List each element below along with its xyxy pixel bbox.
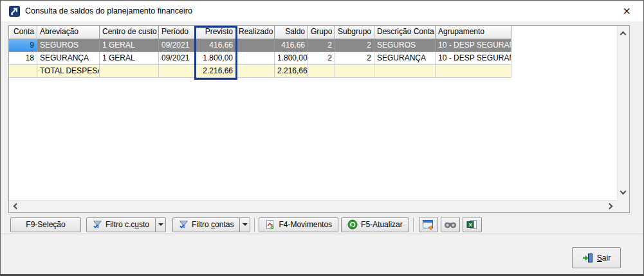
cell-saldo[interactable]: 416,66: [275, 39, 308, 52]
cell-periodo[interactable]: 09/2021: [159, 52, 196, 65]
cell-abreviacao[interactable]: SEGUROS: [37, 39, 100, 52]
cell-subgrupo[interactable]: 2: [335, 39, 374, 52]
cell-realizado[interactable]: [236, 39, 275, 52]
excel-export-icon: X: [466, 219, 477, 230]
table-row-selected[interactable]: 9 SEGUROS 1 GERAL 09/2021 416,66 416,66 …: [9, 39, 617, 52]
cell-saldo[interactable]: 2.216,66: [275, 65, 308, 78]
header-row: Conta Abreviação Centro de custo Período…: [9, 26, 617, 39]
f4-movimentos-label: F4-Movimentos: [279, 220, 332, 229]
column-header-previsto[interactable]: Previsto: [196, 26, 236, 39]
f9-selecao-button[interactable]: F9-Seleção: [10, 217, 81, 232]
horizontal-scrollbar[interactable]: [9, 200, 617, 212]
search-button[interactable]: [441, 217, 460, 232]
filtro-contas-button[interactable]: Filtro contas: [172, 217, 240, 232]
column-header-agrupamento[interactable]: Agrupamento: [436, 26, 511, 39]
sair-label: Sair: [597, 253, 611, 262]
binoculars-icon: [445, 221, 456, 229]
chevron-down-icon: [158, 223, 163, 226]
f9-selecao-label: F9-Seleção: [26, 220, 65, 229]
cell-subgrupo[interactable]: [335, 65, 374, 78]
toolbar: F9-Seleção Filtro c.custo: [10, 217, 482, 232]
vertical-scrollbar[interactable]: [617, 26, 629, 200]
cell-periodo[interactable]: 09/2021: [159, 39, 196, 52]
cell-periodo[interactable]: [159, 65, 196, 78]
window-title: Consulta de saldos do planejamento finan…: [25, 6, 192, 15]
document-money-icon: $: [265, 219, 275, 230]
cell-centro-custo[interactable]: 1 GERAL: [100, 52, 159, 65]
cell-agrupamento[interactable]: 10 - DESP SEGURAN: [436, 52, 511, 65]
excel-export-button[interactable]: X: [463, 217, 482, 232]
dialog-window: Consulta de saldos do planejamento finan…: [0, 0, 644, 276]
svg-text:X: X: [469, 222, 473, 228]
cell-abreviacao[interactable]: SEGURANÇA: [37, 52, 100, 65]
balances-grid: Conta Abreviação Centro de custo Período…: [8, 25, 630, 213]
cell-previsto[interactable]: 1.800,00: [196, 52, 236, 65]
scroll-left-icon[interactable]: [14, 203, 20, 210]
chevron-down-icon: [243, 223, 248, 226]
app-icon: [9, 6, 20, 17]
cell-agrupamento[interactable]: 10 - DESP SEGURAN: [436, 39, 511, 52]
filtro-contas-split-button: Filtro contas: [172, 217, 250, 232]
filtro-ccusto-split-button: Filtro c.custo: [86, 217, 166, 232]
funnel-icon: [179, 220, 189, 229]
cell-realizado[interactable]: [236, 65, 275, 78]
column-header-saldo[interactable]: Saldo: [275, 26, 308, 39]
cell-conta[interactable]: [9, 65, 37, 78]
column-header-realizado[interactable]: Realizado: [236, 26, 275, 39]
column-header-periodo[interactable]: Período: [159, 26, 196, 39]
cell-centro-custo[interactable]: 1 GERAL: [100, 39, 159, 52]
f4-movimentos-button[interactable]: $ F4-Movimentos: [259, 217, 338, 232]
sair-button[interactable]: Sair: [572, 247, 621, 268]
cell-descricao-conta[interactable]: [374, 65, 436, 78]
scroll-up-icon[interactable]: [620, 32, 627, 38]
toolbar-separator: [254, 217, 255, 232]
filtro-contas-dropdown[interactable]: [240, 217, 250, 232]
cell-grupo[interactable]: [308, 65, 335, 78]
cell-descricao-conta[interactable]: SEGURANÇA: [374, 52, 436, 65]
table-row[interactable]: 18 SEGURANÇA 1 GERAL 09/2021 1.800,00 1.…: [9, 52, 617, 65]
cell-previsto[interactable]: 2.216,66: [196, 65, 236, 78]
table-row-total[interactable]: TOTAL DESPESAS 2.216,66 2.216,66: [9, 65, 617, 78]
f5-atualizar-button[interactable]: F5-Atualizar: [341, 217, 409, 232]
cell-agrupamento[interactable]: [436, 65, 511, 78]
funnel-icon: [93, 220, 102, 229]
refresh-icon: [347, 219, 358, 230]
cell-grupo[interactable]: 2: [308, 52, 335, 65]
filtro-ccusto-button[interactable]: Filtro c.custo: [86, 217, 156, 232]
form-export-icon: [423, 220, 434, 230]
toolbar-separator: [413, 217, 414, 232]
column-header-descricao-conta[interactable]: Descrição Conta: [374, 26, 436, 39]
cell-subgrupo[interactable]: 2: [335, 52, 374, 65]
cell-previsto[interactable]: 416,66: [196, 39, 236, 52]
filtro-contas-label: Filtro contas: [192, 220, 234, 229]
cell-abreviacao[interactable]: TOTAL DESPESAS: [37, 65, 100, 78]
exit-door-icon: [582, 253, 593, 263]
cell-realizado[interactable]: [236, 52, 275, 65]
column-header-subgrupo[interactable]: Subgrupo: [335, 26, 374, 39]
cell-descricao-conta[interactable]: SEGUROS: [374, 39, 436, 52]
column-header-abreviacao[interactable]: Abreviação: [37, 26, 100, 39]
scroll-right-icon[interactable]: [607, 203, 613, 210]
cell-grupo[interactable]: 2: [308, 39, 335, 52]
footer-divider: [1, 234, 643, 234]
svg-text:$: $: [271, 223, 274, 230]
f5-atualizar-label: F5-Atualizar: [361, 220, 403, 229]
titlebar: Consulta de saldos do planejamento finan…: [1, 1, 643, 21]
close-icon[interactable]: ×: [620, 3, 633, 19]
form-export-button[interactable]: [419, 217, 438, 232]
cell-saldo[interactable]: 1.800,00: [275, 52, 308, 65]
column-header-centro-custo[interactable]: Centro de custo: [100, 26, 159, 39]
cell-centro-custo[interactable]: [100, 65, 159, 78]
filtro-ccusto-label: Filtro c.custo: [106, 220, 149, 229]
column-header-conta[interactable]: Conta: [9, 26, 37, 39]
cell-conta[interactable]: 18: [9, 52, 37, 65]
column-header-grupo[interactable]: Grupo: [308, 26, 335, 39]
filtro-ccusto-dropdown[interactable]: [156, 217, 166, 232]
scrollbar-corner: [617, 200, 629, 212]
cell-conta[interactable]: 9: [9, 39, 37, 52]
scroll-down-icon[interactable]: [620, 189, 627, 195]
grid-client-area: Conta Abreviação Centro de custo Período…: [9, 26, 617, 200]
